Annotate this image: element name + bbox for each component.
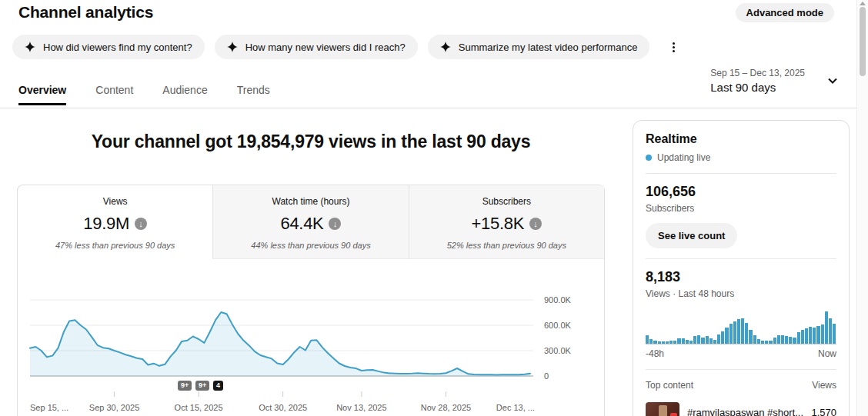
chart-marker-badge[interactable]: 9+: [195, 381, 209, 391]
realtime-bar: [769, 341, 772, 344]
realtime-bar: [741, 318, 744, 344]
svg-text:Oct 15, 2025: Oct 15, 2025: [175, 403, 223, 412]
sparkle-icon: [25, 42, 35, 52]
chip-label: How did viewers find my content?: [43, 42, 192, 53]
realtime-views-label: Views · Last 48 hours: [646, 288, 836, 299]
sparkle-icon: [227, 42, 238, 52]
metric-tab-views[interactable]: Views 19.9M ↓ 47% less than previous 90 …: [18, 185, 212, 259]
line-chart-svg: 900.0K600.0K300.0K0Sep 15, ...Sep 30, 20…: [18, 259, 604, 416]
see-live-count-button[interactable]: See live count: [646, 223, 737, 248]
chip-new-viewers-reached[interactable]: How many new viewers did I reach?: [215, 35, 418, 59]
realtime-bar: [658, 341, 661, 344]
realtime-bar: [686, 340, 689, 344]
svg-text:Sep 15, ...: Sep 15, ...: [30, 403, 68, 412]
chart-marker-badge[interactable]: 4: [213, 381, 223, 391]
page-title: Channel analytics: [18, 3, 153, 22]
realtime-bar: [785, 336, 788, 344]
metric-value: 64.4K: [280, 214, 323, 234]
views-line-chart[interactable]: 900.0K600.0K300.0K0Sep 15, ...Sep 30, 20…: [18, 259, 604, 416]
realtime-bar: [729, 324, 733, 344]
realtime-bar: [725, 328, 728, 344]
top-content-header: Top content: [646, 380, 693, 391]
realtime-bar: [761, 341, 764, 344]
tab-trends[interactable]: Trends: [237, 74, 270, 105]
realtime-bar: [646, 335, 649, 344]
chart-marker-badge[interactable]: 9+: [178, 381, 192, 391]
realtime-bar: [816, 326, 820, 344]
realtime-bar: [706, 336, 709, 344]
metric-caption: 44% less than previous 90 days: [213, 241, 408, 250]
realtime-bar: [697, 335, 700, 344]
video-views: 1,570: [811, 407, 836, 416]
realtime-bar: [765, 341, 768, 344]
svg-text:Sep 30, 2025: Sep 30, 2025: [89, 403, 139, 412]
metric-tab-subscribers[interactable]: Subscribers +15.8K ↓ 52% less than previ…: [409, 185, 604, 259]
realtime-bar: [821, 324, 824, 344]
realtime-subscribers-label: Subscribers: [646, 203, 836, 214]
scrollbar-thumb[interactable]: [860, 7, 866, 76]
realtime-bar: [682, 338, 685, 344]
realtime-status: Updating live: [657, 152, 710, 163]
realtime-bar-chart[interactable]: [646, 310, 836, 344]
chip-how-did-viewers-find[interactable]: How did viewers find my content?: [12, 35, 205, 59]
svg-text:Oct 30, 2025: Oct 30, 2025: [259, 403, 307, 412]
realtime-bar: [689, 341, 693, 344]
scroll-up-icon[interactable]: [860, 2, 866, 5]
svg-text:Dec 13, ...: Dec 13, ...: [496, 403, 535, 412]
date-range-picker[interactable]: Sep 15 – Dec 13, 2025 Last 90 days: [710, 68, 840, 94]
realtime-panel: Realtime Updating live 106,656 Subscribe…: [633, 120, 850, 416]
metric-tab-watch-time[interactable]: Watch time (hours) 64.4K ↓ 44% less than…: [212, 185, 408, 259]
views-headline: Your channel got 19,854,979 views in the…: [17, 131, 605, 152]
ai-chip-row: How did viewers find my content? How man…: [12, 35, 683, 59]
bar-axis-end: Now: [818, 348, 836, 359]
realtime-bar: [721, 331, 724, 344]
realtime-bar: [825, 311, 828, 344]
trend-down-icon: ↓: [135, 218, 147, 230]
svg-text:300.0K: 300.0K: [544, 346, 572, 355]
realtime-bar: [809, 327, 812, 344]
realtime-bar: [757, 339, 760, 344]
advanced-mode-button[interactable]: Advanced mode: [736, 3, 834, 22]
realtime-bar: [669, 341, 673, 344]
realtime-bar: [717, 334, 720, 344]
realtime-subscribers-count: 106,656: [646, 184, 836, 200]
vertical-scrollbar[interactable]: [856, 0, 868, 416]
realtime-bar: [805, 328, 808, 344]
divider: [646, 173, 836, 174]
divider: [646, 258, 836, 259]
bar-axis-start: -48h: [646, 348, 664, 359]
realtime-bar: [793, 338, 796, 344]
trend-down-icon: ↓: [529, 218, 542, 230]
top-content-row[interactable]: #ramvilaspaswan #short... 1,570: [646, 402, 836, 416]
realtime-bar: [737, 319, 740, 344]
svg-text:Nov 28, 2025: Nov 28, 2025: [421, 403, 471, 412]
tab-overview[interactable]: Overview: [18, 74, 66, 105]
overview-summary-card: Views 19.9M ↓ 47% less than previous 90 …: [17, 185, 605, 416]
date-range-preset: Last 90 days: [710, 81, 805, 94]
tab-content[interactable]: Content: [95, 74, 133, 105]
realtime-bar: [777, 335, 780, 344]
realtime-bar: [797, 332, 800, 344]
realtime-bar: [833, 324, 836, 344]
svg-text:600.0K: 600.0K: [544, 321, 572, 330]
chip-label: How many new viewers did I reach?: [245, 42, 406, 53]
metric-tabs: Views 19.9M ↓ 47% less than previous 90 …: [18, 185, 604, 259]
realtime-bar: [666, 341, 669, 344]
chevron-down-icon: [825, 73, 840, 88]
realtime-bar: [701, 338, 704, 344]
video-thumbnail: [646, 402, 679, 416]
realtime-bar: [781, 335, 784, 344]
realtime-bar: [829, 318, 832, 344]
metric-caption: 47% less than previous 90 days: [18, 241, 212, 250]
realtime-bar: [753, 335, 756, 344]
chip-summarize-video-performance[interactable]: Summarize my latest video performance: [428, 35, 650, 59]
realtime-bar: [813, 328, 816, 344]
trend-down-icon: ↓: [329, 218, 341, 230]
divider: [646, 369, 836, 370]
svg-text:Nov 13, 2025: Nov 13, 2025: [336, 403, 386, 412]
tab-audience[interactable]: Audience: [162, 74, 207, 105]
more-options-icon[interactable]: [664, 38, 683, 56]
date-range-text: Sep 15 – Dec 13, 2025: [710, 68, 805, 78]
metric-value: 19.9M: [83, 214, 129, 234]
realtime-bar: [693, 336, 696, 344]
